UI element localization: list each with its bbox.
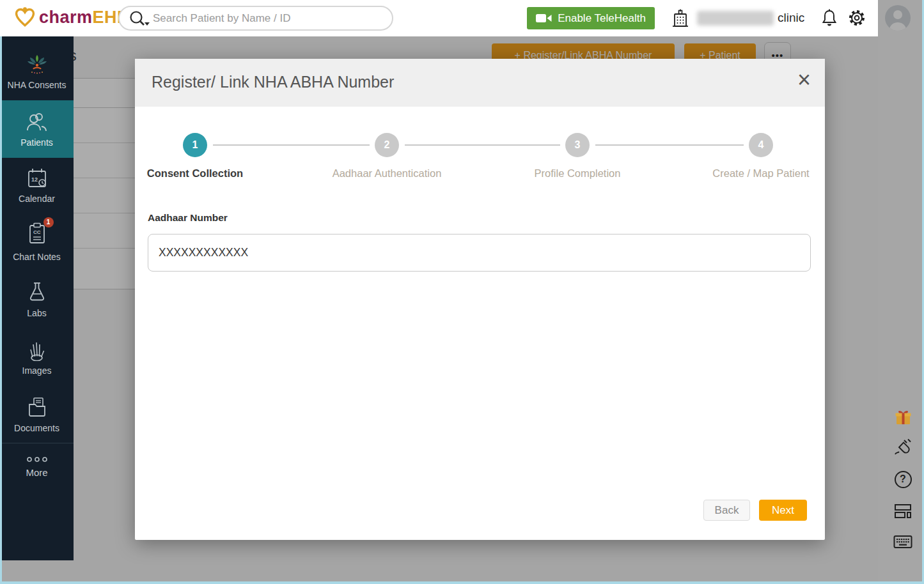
brand-charm: charm [39, 8, 93, 27]
step-connector [595, 144, 744, 146]
enable-telehealth-button[interactable]: Enable TeleHealth [527, 7, 655, 29]
sidebar-item-patients[interactable]: Patients [0, 100, 74, 158]
sidebar-label: Patients [20, 137, 53, 148]
sidebar-label: Calendar [19, 194, 55, 204]
svg-text:12: 12 [31, 176, 38, 183]
heart-logo-icon [14, 6, 36, 29]
window-border-bottom [0, 581, 924, 584]
sidebar-label: More [26, 467, 47, 478]
layout-widgets-icon[interactable] [892, 500, 914, 522]
calendar-icon: 12 [26, 167, 49, 189]
clinic-name-suffix: clinic [778, 11, 804, 25]
video-camera-icon [536, 13, 552, 24]
help-icon[interactable]: ? [892, 468, 914, 490]
step-2-circle: 2 [375, 133, 399, 157]
sidebar-item-more[interactable]: More [0, 443, 74, 491]
sidebar-item-labs[interactable]: Labs [0, 270, 74, 328]
register-link-abha-dialog: Register/ Link NHA ABHA Number × 1 2 3 4… [135, 59, 825, 540]
sidebar-item-chart-notes[interactable]: CC 1 Chart Notes [0, 213, 74, 270]
sidebar-label: Labs [27, 308, 46, 318]
aadhaar-number-input[interactable] [148, 234, 811, 272]
sidebar-item-calendar[interactable]: 12 Calendar [0, 158, 74, 213]
dialog-title: Register/ Link NHA ABHA Number [152, 73, 394, 91]
gift-icon[interactable] [892, 406, 914, 428]
sidebar-label: Chart Notes [13, 252, 61, 262]
step-connector [213, 144, 370, 146]
question-mark-glyph: ? [895, 471, 912, 488]
nha-lotus-icon [25, 52, 49, 75]
documents-folder-icon [26, 396, 49, 419]
sidebar-label: Images [22, 365, 52, 376]
sidebar-label: Documents [14, 423, 59, 433]
window-border-left [0, 36, 2, 584]
xray-hand-icon [26, 338, 48, 361]
sidebar-item-documents[interactable]: Documents [0, 385, 74, 443]
chart-notes-badge: 1 [43, 217, 54, 227]
search-input[interactable] [153, 12, 364, 25]
telehealth-label: Enable TeleHealth [558, 12, 646, 25]
keyboard-icon[interactable] [892, 531, 914, 553]
aadhaar-number-label: Aadhaar Number [148, 212, 228, 224]
app-window: Patients + Register/Link ABHA Number + P… [0, 0, 924, 584]
top-header: charmEHR Enable TeleHealth [0, 0, 878, 36]
sidebar-item-nha-consents[interactable]: NHA Consents [0, 36, 74, 100]
charmehr-logo[interactable]: charmEHR [14, 6, 130, 29]
left-navigation: NHA Consents Patients 12 Calendar [0, 36, 74, 560]
clinic-building-icon [670, 8, 691, 29]
step-connector [405, 144, 560, 146]
close-icon[interactable]: × [797, 64, 811, 96]
step-3-label: Profile Completion [482, 167, 673, 180]
sidebar-item-images[interactable]: Images [0, 328, 74, 385]
patient-search [118, 6, 393, 31]
step-2-label: Aadhaar Authentication [291, 167, 483, 180]
sidebar-label: NHA Consents [8, 80, 67, 90]
settings-gear-icon[interactable] [847, 8, 866, 27]
step-4-circle: 4 [749, 133, 773, 157]
back-button[interactable]: Back [703, 500, 750, 521]
search-icon[interactable] [127, 9, 153, 28]
clinic-name-redacted [697, 11, 774, 26]
dialog-header: Register/ Link NHA ABHA Number × [135, 59, 825, 107]
step-1-circle: 1 [183, 133, 207, 157]
labs-flask-icon [26, 280, 48, 304]
svg-text:CC: CC [33, 229, 41, 235]
step-4-label: Create / Map Patient [665, 167, 857, 180]
notifications-bell-icon[interactable] [820, 8, 838, 29]
more-ellipsis-icon [24, 456, 50, 463]
step-3-circle: 3 [565, 133, 590, 157]
integrations-plug-icon[interactable] [892, 437, 914, 459]
step-1-label: Consent Collection [99, 167, 291, 180]
patients-people-icon [25, 111, 49, 133]
next-button[interactable]: Next [759, 500, 807, 521]
